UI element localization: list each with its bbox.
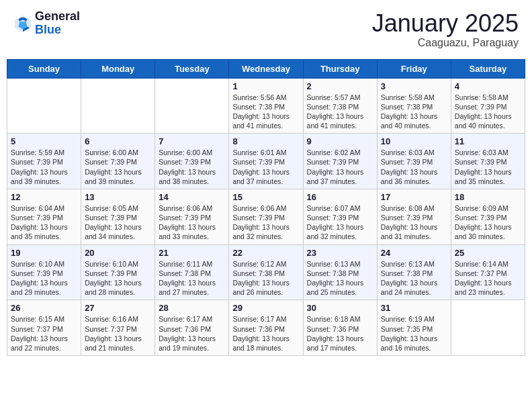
calendar-body: 1Sunrise: 5:56 AM Sunset: 7:38 PM Daylig…	[7, 78, 525, 355]
day-info: Sunrise: 6:00 AM Sunset: 7:39 PM Dayligh…	[159, 148, 225, 186]
day-info: Sunrise: 5:56 AM Sunset: 7:38 PM Dayligh…	[232, 93, 299, 131]
calendar-cell: 10Sunrise: 6:03 AM Sunset: 7:39 PM Dayli…	[377, 134, 451, 189]
day-info: Sunrise: 6:15 AM Sunset: 7:37 PM Dayligh…	[11, 314, 77, 353]
location: Caaguazu, Paraguay	[372, 37, 519, 49]
day-number: 11	[455, 136, 521, 146]
logo-icon	[13, 14, 32, 33]
day-info: Sunrise: 6:16 AM Sunset: 7:37 PM Dayligh…	[85, 314, 151, 353]
day-number: 7	[159, 136, 225, 146]
calendar-cell: 30Sunrise: 6:18 AM Sunset: 7:36 PM Dayli…	[303, 300, 377, 356]
title-block: January 2025 Caaguazu, Paraguay	[372, 10, 519, 49]
day-info: Sunrise: 6:17 AM Sunset: 7:36 PM Dayligh…	[232, 314, 299, 353]
day-info: Sunrise: 6:04 AM Sunset: 7:39 PM Dayligh…	[11, 203, 77, 242]
day-info: Sunrise: 6:01 AM Sunset: 7:39 PM Dayligh…	[232, 148, 299, 186]
calendar-cell: 27Sunrise: 6:16 AM Sunset: 7:37 PM Dayli…	[81, 300, 155, 356]
days-of-week-row: SundayMondayTuesdayWednesdayThursdayFrid…	[7, 59, 525, 78]
day-info: Sunrise: 6:08 AM Sunset: 7:39 PM Dayligh…	[381, 203, 447, 242]
day-number: 28	[159, 303, 225, 313]
page-header: General Blue January 2025 Caaguazu, Para…	[7, 7, 525, 52]
day-number: 10	[381, 136, 447, 146]
day-number: 9	[307, 136, 373, 146]
calendar-cell: 16Sunrise: 6:07 AM Sunset: 7:39 PM Dayli…	[303, 189, 377, 244]
day-info: Sunrise: 6:18 AM Sunset: 7:36 PM Dayligh…	[307, 314, 373, 353]
day-number: 12	[11, 192, 77, 202]
calendar-cell: 23Sunrise: 6:13 AM Sunset: 7:38 PM Dayli…	[303, 244, 377, 300]
calendar-cell: 24Sunrise: 6:13 AM Sunset: 7:38 PM Dayli…	[377, 244, 451, 300]
day-number: 13	[85, 192, 151, 202]
calendar-table: SundayMondayTuesdayWednesdayThursdayFrid…	[7, 59, 525, 356]
calendar-cell: 26Sunrise: 6:15 AM Sunset: 7:37 PM Dayli…	[7, 300, 81, 356]
day-info: Sunrise: 6:13 AM Sunset: 7:38 PM Dayligh…	[307, 259, 373, 298]
day-number: 25	[455, 248, 521, 258]
calendar-cell: 28Sunrise: 6:17 AM Sunset: 7:36 PM Dayli…	[155, 300, 229, 356]
week-row-4: 19Sunrise: 6:10 AM Sunset: 7:39 PM Dayli…	[7, 244, 525, 300]
calendar-cell: 21Sunrise: 6:11 AM Sunset: 7:38 PM Dayli…	[155, 244, 229, 300]
day-number: 24	[381, 248, 447, 258]
day-number: 30	[307, 303, 373, 313]
calendar-cell: 6Sunrise: 6:00 AM Sunset: 7:39 PM Daylig…	[81, 134, 155, 189]
day-info: Sunrise: 6:02 AM Sunset: 7:39 PM Dayligh…	[307, 148, 373, 186]
calendar-cell: 2Sunrise: 5:57 AM Sunset: 7:38 PM Daylig…	[303, 78, 377, 134]
logo-blue-text: Blue	[35, 24, 80, 37]
calendar-cell: 13Sunrise: 6:05 AM Sunset: 7:39 PM Dayli…	[81, 189, 155, 244]
day-of-week-monday: Monday	[81, 59, 155, 78]
calendar-cell: 1Sunrise: 5:56 AM Sunset: 7:38 PM Daylig…	[229, 78, 303, 134]
day-info: Sunrise: 6:10 AM Sunset: 7:39 PM Dayligh…	[11, 259, 77, 298]
calendar-header: SundayMondayTuesdayWednesdayThursdayFrid…	[7, 59, 525, 78]
day-number: 26	[11, 303, 77, 313]
day-info: Sunrise: 6:11 AM Sunset: 7:38 PM Dayligh…	[159, 259, 225, 298]
day-number: 5	[11, 136, 77, 146]
day-number: 21	[159, 248, 225, 258]
day-info: Sunrise: 6:14 AM Sunset: 7:37 PM Dayligh…	[455, 259, 521, 298]
calendar-cell: 3Sunrise: 5:58 AM Sunset: 7:38 PM Daylig…	[377, 78, 451, 134]
day-info: Sunrise: 6:09 AM Sunset: 7:39 PM Dayligh…	[455, 203, 521, 242]
week-row-3: 12Sunrise: 6:04 AM Sunset: 7:39 PM Dayli…	[7, 189, 525, 244]
day-info: Sunrise: 6:19 AM Sunset: 7:35 PM Dayligh…	[381, 314, 447, 353]
calendar-cell: 7Sunrise: 6:00 AM Sunset: 7:39 PM Daylig…	[155, 134, 229, 189]
calendar-cell	[81, 78, 155, 134]
calendar-cell: 15Sunrise: 6:06 AM Sunset: 7:39 PM Dayli…	[229, 189, 303, 244]
logo: General Blue	[13, 10, 80, 37]
day-info: Sunrise: 6:10 AM Sunset: 7:39 PM Dayligh…	[85, 259, 151, 298]
day-number: 31	[381, 303, 447, 313]
day-number: 22	[232, 248, 299, 258]
calendar-cell: 8Sunrise: 6:01 AM Sunset: 7:39 PM Daylig…	[229, 134, 303, 189]
calendar-cell: 31Sunrise: 6:19 AM Sunset: 7:35 PM Dayli…	[377, 300, 451, 356]
day-info: Sunrise: 6:17 AM Sunset: 7:36 PM Dayligh…	[159, 314, 225, 353]
day-info: Sunrise: 6:13 AM Sunset: 7:38 PM Dayligh…	[381, 259, 447, 298]
day-info: Sunrise: 5:57 AM Sunset: 7:38 PM Dayligh…	[307, 93, 373, 131]
day-number: 14	[159, 192, 225, 202]
day-number: 17	[381, 192, 447, 202]
day-number: 4	[455, 81, 521, 91]
day-info: Sunrise: 6:12 AM Sunset: 7:38 PM Dayligh…	[232, 259, 299, 298]
day-number: 23	[307, 248, 373, 258]
day-info: Sunrise: 5:59 AM Sunset: 7:39 PM Dayligh…	[11, 148, 77, 186]
week-row-2: 5Sunrise: 5:59 AM Sunset: 7:39 PM Daylig…	[7, 134, 525, 189]
day-of-week-friday: Friday	[377, 59, 451, 78]
day-number: 16	[307, 192, 373, 202]
day-info: Sunrise: 6:06 AM Sunset: 7:39 PM Dayligh…	[159, 203, 225, 242]
day-info: Sunrise: 6:03 AM Sunset: 7:39 PM Dayligh…	[381, 148, 447, 186]
calendar-cell: 25Sunrise: 6:14 AM Sunset: 7:37 PM Dayli…	[451, 244, 525, 300]
calendar-cell: 18Sunrise: 6:09 AM Sunset: 7:39 PM Dayli…	[451, 189, 525, 244]
logo-general-text: General	[35, 10, 80, 24]
day-info: Sunrise: 6:06 AM Sunset: 7:39 PM Dayligh…	[232, 203, 299, 242]
day-number: 2	[307, 81, 373, 91]
day-of-week-sunday: Sunday	[7, 59, 81, 78]
calendar-cell: 9Sunrise: 6:02 AM Sunset: 7:39 PM Daylig…	[303, 134, 377, 189]
day-info: Sunrise: 6:07 AM Sunset: 7:39 PM Dayligh…	[307, 203, 373, 242]
day-info: Sunrise: 6:03 AM Sunset: 7:39 PM Dayligh…	[455, 148, 521, 186]
calendar-cell: 5Sunrise: 5:59 AM Sunset: 7:39 PM Daylig…	[7, 134, 81, 189]
day-number: 18	[455, 192, 521, 202]
day-info: Sunrise: 6:00 AM Sunset: 7:39 PM Dayligh…	[85, 148, 151, 186]
day-of-week-wednesday: Wednesday	[229, 59, 303, 78]
day-number: 19	[11, 248, 77, 258]
calendar-cell: 19Sunrise: 6:10 AM Sunset: 7:39 PM Dayli…	[7, 244, 81, 300]
calendar-cell: 17Sunrise: 6:08 AM Sunset: 7:39 PM Dayli…	[377, 189, 451, 244]
calendar-cell: 12Sunrise: 6:04 AM Sunset: 7:39 PM Dayli…	[7, 189, 81, 244]
day-of-week-tuesday: Tuesday	[155, 59, 229, 78]
week-row-1: 1Sunrise: 5:56 AM Sunset: 7:38 PM Daylig…	[7, 78, 525, 134]
day-of-week-saturday: Saturday	[451, 59, 525, 78]
day-info: Sunrise: 5:58 AM Sunset: 7:39 PM Dayligh…	[455, 93, 521, 131]
day-number: 20	[85, 248, 151, 258]
